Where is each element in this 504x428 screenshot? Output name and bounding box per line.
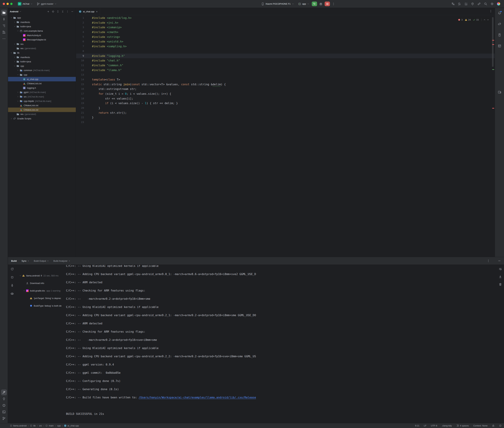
gradle-icon[interactable]: [497, 21, 503, 27]
tree-item-cmakelists-txt[interactable]: CMakeLists.txt: [8, 81, 76, 86]
device-selector[interactable]: Xiaomi POCOPHONE F1: [260, 1, 295, 6]
tree-item-res[interactable]: res: [8, 42, 76, 46]
tab-sync[interactable]: Sync×: [22, 260, 29, 262]
project-widget[interactable]: AC AiChat: [16, 1, 34, 7]
status-lock[interactable]: [492, 424, 495, 427]
tree-item-cpp-httplib[interactable]: cpp-httplib[AiChat.lib.main]: [8, 99, 76, 103]
status-context[interactable]: Context: None: [473, 424, 487, 427]
tree-item-app[interactable]: app: [8, 16, 76, 20]
breadcrumb-src[interactable]: src: [39, 424, 42, 427]
tree-item-cmakelists-txt[interactable]: CMakeLists.txt: [8, 107, 76, 112]
build-tree-item-llama-android-fi[interactable]: llama.android: fi22 sec, 583 ms: [16, 272, 65, 279]
tree-item-cpp[interactable]: cpp: [8, 64, 76, 68]
tree-item-gradle-scripts[interactable]: Gradle Scripts: [8, 116, 76, 121]
breadcrumb-lib[interactable]: lib: [30, 424, 35, 427]
tree-item-kotlin-java[interactable]: kotlin+java: [8, 59, 76, 64]
rerun-sync-icon[interactable]: [10, 267, 14, 271]
tab-build-analyzer[interactable]: Build Analyzer×: [53, 260, 70, 262]
project-folder-icon[interactable]: [1, 10, 7, 16]
breadcrumb-ai-chat-cpp[interactable]: Cai_chat.cpp: [64, 424, 79, 427]
tree-item-manifests[interactable]: manifests: [8, 20, 76, 25]
expand-all-icon[interactable]: [56, 10, 60, 13]
editor-options-icon[interactable]: [489, 10, 492, 13]
soft-wrap-icon[interactable]: [499, 267, 502, 271]
breadcrumb-llama-android[interactable]: llama.android: [10, 424, 26, 427]
tree-item-cpp[interactable]: cpp: [8, 73, 76, 77]
stop-build-icon[interactable]: [10, 276, 14, 279]
breadcrumb-cpp[interactable]: cpp: [57, 424, 61, 427]
chevron-down-icon[interactable]: [10, 16, 13, 19]
prev-issue-icon[interactable]: [483, 18, 486, 21]
build-tool-icon[interactable]: [1, 389, 7, 395]
locate-file-icon[interactable]: [51, 10, 55, 13]
chevron-right-icon[interactable]: [10, 117, 13, 120]
translate-icon[interactable]: [451, 2, 455, 6]
problems-icon[interactable]: [1, 403, 7, 408]
close-window-button[interactable]: [3, 3, 5, 5]
hide-build-panel-icon[interactable]: [498, 259, 501, 262]
editor-tab-ai-chat-cpp[interactable]: C ai_chat.cpp ×: [76, 8, 100, 15]
chevron-right-icon[interactable]: [16, 69, 19, 72]
add-icon[interactable]: [46, 10, 50, 13]
tree-item-src[interactable]: src[AiChat.lib.main]: [8, 95, 76, 99]
chevron-right-icon[interactable]: [13, 56, 16, 58]
tree-item-messageadapter-kt[interactable]: KMessageAdapter.kt: [8, 38, 76, 42]
panel-options-icon[interactable]: [66, 10, 69, 13]
tree-item-manifests[interactable]: manifests: [8, 55, 76, 59]
build-options-icon[interactable]: [487, 259, 490, 262]
device-explorer-icon[interactable]: [497, 32, 503, 38]
next-issue-icon[interactable]: [487, 18, 489, 21]
zoom-window-button[interactable]: [10, 3, 13, 5]
status-line-ending[interactable]: LF: [424, 424, 427, 427]
chevron-down-icon[interactable]: [13, 65, 16, 67]
tree-item-lib[interactable]: lib: [8, 51, 76, 55]
run-config-selector[interactable]: app: [297, 1, 311, 6]
tree-item-res[interactable]: res(generated): [8, 46, 76, 51]
stripe-mark[interactable]: [492, 69, 494, 70]
minimize-window-button[interactable]: [7, 3, 9, 5]
chevron-down-icon[interactable]: [13, 25, 16, 28]
close-icon[interactable]: ×: [96, 10, 98, 13]
settings-icon[interactable]: [490, 2, 494, 6]
scroll-to-end-icon[interactable]: [499, 275, 502, 278]
chevron-right-icon[interactable]: [13, 21, 16, 24]
pull-requests-icon[interactable]: [1, 29, 7, 35]
tree-item-cmakelists-txt[interactable]: CMakeLists.txt: [8, 103, 76, 108]
debug-icon[interactable]: [319, 2, 323, 6]
version-control-icon[interactable]: [1, 415, 7, 421]
stripe-mark[interactable]: [492, 40, 494, 41]
stop-button[interactable]: [325, 1, 330, 6]
collapse-all-icon[interactable]: [61, 10, 64, 13]
status-clang-tidy[interactable]: .clang-tidy: [442, 424, 452, 427]
chevron-right-icon[interactable]: [16, 100, 19, 102]
chevron-down-icon[interactable]: [16, 74, 19, 76]
tree-item-res[interactable]: res(generated): [8, 112, 76, 116]
commit-icon[interactable]: [1, 16, 7, 22]
structure-icon[interactable]: [1, 23, 7, 29]
status-caret-position[interactable]: 9:21: [415, 424, 419, 427]
build-output-link[interactable]: /Users/hanyin/Workspace/ai-chat/examples…: [139, 396, 256, 399]
inspections-widget[interactable]: 3 24 15: [457, 17, 490, 23]
more-actions-icon[interactable]: [332, 2, 335, 6]
vcs-branch-widget[interactable]: ggml-master: [35, 1, 58, 6]
clear-icon[interactable]: [499, 283, 502, 286]
chevron-right-icon[interactable]: [16, 95, 19, 98]
search-everywhere-icon[interactable]: [483, 2, 487, 6]
chevron-right-icon[interactable]: [13, 43, 16, 45]
close-icon[interactable]: ×: [28, 260, 29, 262]
tree-item-kotlin-java[interactable]: kotlin+java: [8, 24, 76, 29]
running-devices-icon[interactable]: [497, 89, 503, 95]
status-indent[interactable]: 4 spaces: [456, 424, 469, 427]
build-console-wrap[interactable]: C/C++: -- Using KleidiAI optimized kerne…: [65, 265, 504, 423]
close-icon[interactable]: ×: [69, 260, 70, 262]
stripe-mark[interactable]: [492, 108, 494, 109]
hide-panel-icon[interactable]: [70, 10, 74, 13]
breadcrumb-main[interactable]: main: [45, 424, 53, 427]
rerun-app-button[interactable]: ↻: [312, 1, 317, 6]
terminal-icon[interactable]: [1, 409, 7, 415]
layout-inspector-icon[interactable]: [497, 43, 503, 49]
tree-item-com-example-llama[interactable]: com.example.llama: [8, 29, 76, 33]
tree-item-ai-chat-cpp[interactable]: Cai_chat.cpp: [8, 77, 76, 81]
find-icon[interactable]: [457, 2, 461, 6]
project-view-mode[interactable]: Android: [10, 10, 18, 13]
